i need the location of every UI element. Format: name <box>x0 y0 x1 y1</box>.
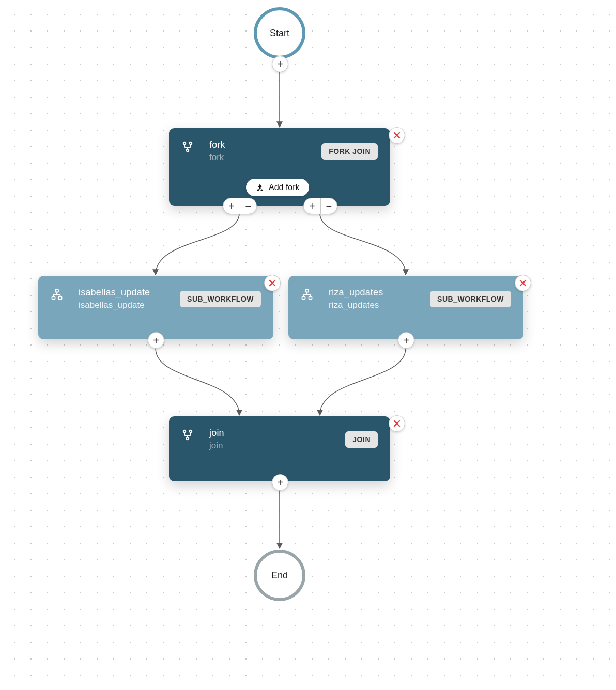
plus-icon: + <box>403 335 409 346</box>
subworkflow-icon <box>301 287 321 301</box>
join-type-badge: JOIN <box>345 431 378 448</box>
add-after-start-button[interactable]: + <box>272 56 288 72</box>
workflow-canvas[interactable]: Start + fork fork FORK JOIN <box>0 0 616 690</box>
branch-isabellas-title: isabellas_update <box>79 287 150 298</box>
svg-point-11 <box>183 430 186 432</box>
plus-icon: + <box>277 59 283 69</box>
start-label: Start <box>270 28 289 39</box>
add-after-join-button[interactable]: + <box>272 474 288 491</box>
fork-icon <box>181 139 202 153</box>
minus-icon: − <box>326 200 332 212</box>
delete-branch-isabellas-button[interactable] <box>264 275 281 291</box>
close-icon <box>519 279 527 287</box>
add-after-isabellas-button[interactable]: + <box>148 332 164 349</box>
branch-right-add-button[interactable]: + <box>304 198 321 214</box>
svg-rect-5 <box>55 290 58 292</box>
branch-riza-type-badge: SUB_WORKFLOW <box>430 291 511 307</box>
branch-riza-title: riza_updates <box>329 287 383 298</box>
plus-icon: + <box>277 477 283 488</box>
branch-riza-subtitle: riza_updates <box>329 300 383 310</box>
branch-riza-node[interactable]: riza_updates riza_updates SUB_WORKFLOW <box>288 276 523 339</box>
plus-icon: + <box>309 200 315 212</box>
close-icon <box>269 279 276 287</box>
svg-rect-8 <box>305 290 309 292</box>
close-icon <box>393 420 401 427</box>
plus-icon: + <box>153 335 159 346</box>
delete-fork-button[interactable] <box>389 127 405 144</box>
fork-branch-right-controls[interactable]: + − <box>303 198 337 214</box>
add-fork-button[interactable]: Add fork <box>246 179 309 196</box>
join-subtitle: join <box>209 441 224 451</box>
end-label: End <box>271 570 288 581</box>
branch-right-remove-button[interactable]: − <box>321 198 337 214</box>
svg-rect-10 <box>309 297 312 300</box>
svg-rect-9 <box>302 297 305 300</box>
fork-title: fork <box>209 139 225 150</box>
svg-rect-6 <box>52 297 55 300</box>
svg-point-1 <box>190 142 192 144</box>
end-node[interactable]: End <box>254 550 305 601</box>
fork-branch-icon <box>255 183 265 192</box>
svg-point-0 <box>183 142 186 144</box>
add-after-riza-button[interactable]: + <box>398 332 414 349</box>
start-node[interactable]: Start <box>254 7 305 59</box>
svg-rect-7 <box>59 297 62 300</box>
svg-rect-4 <box>261 190 263 191</box>
edge-layer <box>0 0 616 690</box>
branch-left-add-button[interactable]: + <box>223 198 240 214</box>
subworkflow-icon <box>51 287 71 301</box>
fork-branch-left-controls[interactable]: + − <box>223 198 257 214</box>
branch-left-remove-button[interactable]: − <box>240 198 257 214</box>
branch-isabellas-type-badge: SUB_WORKFLOW <box>180 291 261 307</box>
delete-join-button[interactable] <box>389 415 405 432</box>
close-icon <box>393 132 401 139</box>
branch-isabellas-node[interactable]: isabellas_update isabellas_update SUB_WO… <box>38 276 273 339</box>
svg-rect-3 <box>257 190 259 191</box>
join-node[interactable]: join join JOIN <box>169 416 390 481</box>
svg-point-2 <box>187 149 189 151</box>
delete-branch-riza-button[interactable] <box>515 275 531 291</box>
plus-icon: + <box>228 200 235 212</box>
svg-point-13 <box>187 437 189 440</box>
join-icon <box>181 428 202 441</box>
add-fork-label: Add fork <box>269 183 300 192</box>
minus-icon: − <box>245 200 251 212</box>
fork-subtitle: fork <box>209 152 225 163</box>
join-title: join <box>209 428 224 438</box>
svg-point-12 <box>190 430 192 432</box>
fork-type-badge: FORK JOIN <box>321 143 378 160</box>
branch-isabellas-subtitle: isabellas_update <box>79 300 150 310</box>
